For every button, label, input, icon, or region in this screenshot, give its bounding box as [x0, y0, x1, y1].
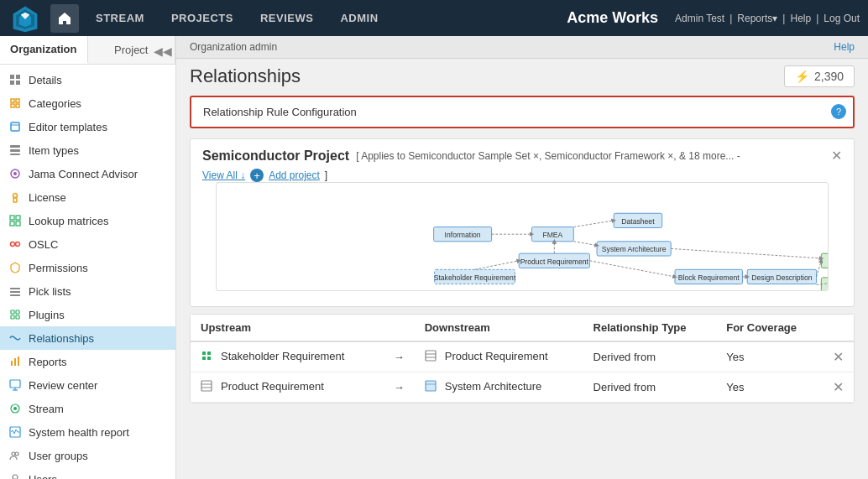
svg-text:Design Description: Design Description	[751, 273, 812, 282]
dropdown-arrow[interactable]: ▾	[772, 13, 777, 24]
relationship-table: Upstream Downstream Relationship Type Fo…	[190, 314, 855, 404]
page-title: Relationships	[190, 65, 301, 87]
remove-button-1[interactable]: ✕	[833, 379, 844, 395]
sidebar-label-users: Users	[29, 473, 167, 480]
for-coverage-cell-1: Yes	[716, 372, 823, 403]
sidebar-item-jama-advisor[interactable]: Jama Connect Advisor	[0, 162, 175, 185]
logo[interactable]	[8, 2, 42, 35]
breadcrumb: Organization admin	[190, 41, 277, 53]
svg-rect-26	[10, 294, 20, 296]
svg-rect-19	[10, 221, 14, 226]
jama-advisor-icon	[8, 167, 22, 180]
sidebar-item-user-groups[interactable]: User groups	[0, 444, 175, 467]
svg-rect-27	[11, 310, 14, 314]
svg-rect-79	[207, 351, 211, 355]
relationships-icon	[8, 331, 22, 345]
project-close-button[interactable]: ✕	[831, 148, 842, 164]
upstream-icon-0: Stakeholder Requirement	[201, 350, 344, 362]
svg-rect-24	[10, 288, 20, 289]
nav-reviews[interactable]: REVIEWS	[247, 0, 327, 36]
svg-point-41	[15, 452, 18, 456]
editor-templates-icon	[8, 120, 22, 133]
sidebar-item-oslc[interactable]: OSLC	[0, 232, 175, 256]
svg-line-75	[671, 248, 821, 258]
stat-icon: ⚡	[795, 70, 809, 83]
home-icon[interactable]	[50, 4, 79, 33]
sep1: |	[729, 13, 732, 24]
sidebar-item-system-health[interactable]: System health report	[0, 420, 175, 444]
svg-rect-82	[426, 351, 436, 361]
nav-admin[interactable]: ADMIN	[327, 0, 391, 36]
sidebar-label-reports: Reports	[29, 356, 167, 368]
svg-text:System Architecture: System Architecture	[602, 245, 667, 253]
sidebar-item-pick-lists[interactable]: Pick lists	[0, 279, 175, 303]
sidebar-item-categories[interactable]: Categories	[0, 91, 175, 115]
sidebar-label-pick-lists: Pick lists	[29, 285, 167, 298]
lookup-matrices-icon	[8, 214, 22, 227]
upstream-cell-1: Product Requirement	[191, 372, 384, 403]
add-project-button[interactable]: +	[250, 169, 264, 182]
sidebar-item-editor-templates[interactable]: Editor templates	[0, 115, 175, 138]
nav-stream[interactable]: STREAM	[82, 0, 158, 36]
stream-icon	[8, 402, 22, 415]
help-link[interactable]: Help	[790, 13, 811, 24]
system-health-icon	[8, 425, 22, 439]
project-name: Semiconductor Project	[202, 148, 349, 164]
sidebar-item-reports[interactable]: Reports	[0, 350, 175, 373]
svg-rect-32	[14, 358, 16, 366]
svg-text:Datasheet: Datasheet	[621, 217, 655, 226]
sidebar-item-details[interactable]: Details	[0, 68, 175, 91]
svg-rect-12	[10, 154, 20, 155]
add-project-link[interactable]: Add project	[269, 169, 320, 181]
top-nav: STREAM PROJECTS REVIEWS ADMIN Acme Works…	[0, 0, 868, 36]
sidebar-item-users[interactable]: Users	[0, 467, 175, 479]
collapse-button[interactable]: ◀◀	[150, 43, 175, 60]
downstream-icon-1: System Architecture	[425, 380, 542, 393]
view-all-link[interactable]: View All ↓	[202, 169, 245, 181]
page-header: Relationships ⚡ 2,390	[176, 59, 868, 96]
downstream-cell-1: System Architecture	[415, 372, 583, 403]
sidebar-item-stream[interactable]: Stream	[0, 397, 175, 420]
sidebar-item-relationships[interactable]: Relationships	[0, 326, 175, 350]
nav-projects[interactable]: PROJECTS	[158, 0, 247, 36]
sidebar-label-categories: Categories	[29, 97, 167, 110]
svg-rect-17	[10, 216, 14, 220]
relationship-type-cell-1: Derived from	[583, 372, 717, 403]
sidebar-item-item-types[interactable]: Item types	[0, 138, 175, 162]
rule-config-help-icon[interactable]: ?	[831, 104, 846, 119]
arrow-cell-0: →	[384, 341, 415, 372]
svg-rect-10	[10, 145, 20, 148]
svg-point-14	[13, 172, 17, 175]
svg-rect-8	[11, 122, 19, 131]
svg-line-72	[589, 261, 675, 277]
logout-link[interactable]: Log Out	[824, 13, 860, 24]
sidebar-label-lookup-matrices: Lookup matrices	[29, 215, 167, 227]
svg-rect-85	[201, 381, 212, 391]
sidebar-label-stream: Stream	[29, 403, 167, 415]
remove-button-0[interactable]: ✕	[833, 349, 844, 365]
reports-link[interactable]: Reports	[737, 13, 772, 24]
sidebar-item-review-center[interactable]: Review center	[0, 373, 175, 397]
sidebar-item-plugins[interactable]: Plugins	[0, 303, 175, 326]
user-link[interactable]: Admin Test	[675, 13, 724, 24]
svg-rect-29	[11, 315, 14, 319]
sidebar-item-license[interactable]: License	[0, 185, 175, 209]
svg-line-69	[573, 242, 597, 246]
sidebar-label-item-types: Item types	[29, 144, 167, 157]
svg-rect-7	[16, 81, 20, 85]
downstream-icon-0: Product Requirement	[425, 350, 548, 362]
sidebar-item-permissions[interactable]: Permissions	[0, 256, 175, 279]
sidebar-item-lookup-matrices[interactable]: Lookup matrices	[0, 209, 175, 232]
user-groups-icon	[8, 449, 22, 462]
help-label[interactable]: Help	[834, 41, 855, 53]
sidebar-label-license: License	[29, 191, 167, 204]
svg-rect-18	[16, 216, 20, 220]
project-links: View All ↓ + Add project ]	[202, 169, 842, 182]
categories-icon	[8, 96, 22, 110]
svg-rect-80	[202, 357, 206, 360]
sidebar-label-review-center: Review center	[29, 379, 167, 392]
page-stat: ⚡ 2,390	[784, 65, 855, 87]
tab-organization[interactable]: Organization	[0, 36, 88, 64]
svg-rect-34	[10, 380, 20, 388]
col-downstream: Downstream	[415, 315, 583, 341]
